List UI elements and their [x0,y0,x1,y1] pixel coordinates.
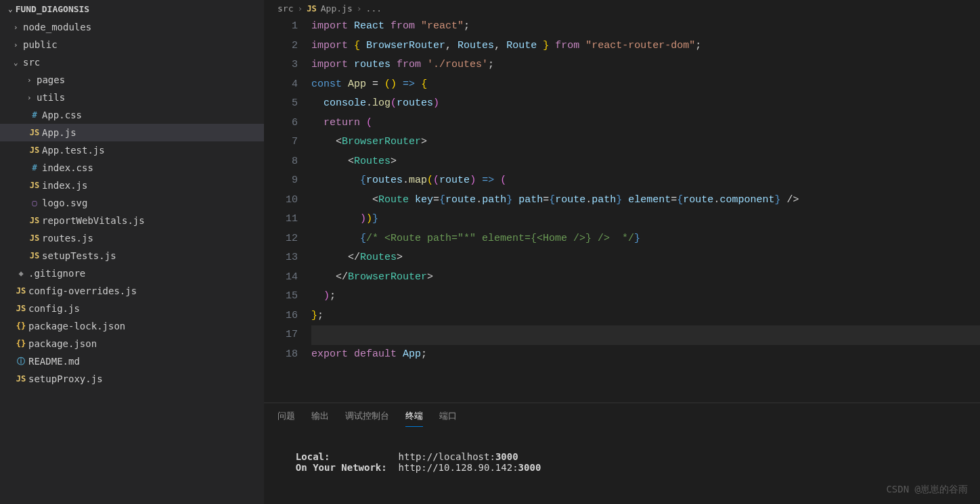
line-number: 2 [264,37,298,56]
tree-item-label: package-lock.json [28,321,125,331]
tree-item-label: reportWebVitals.js [42,215,145,226]
code-line[interactable]: }; [311,306,980,326]
main-area: src › JS App.js › ... 123456789101112131… [264,0,980,504]
tree-item-label: logo.svg [42,198,87,208]
folder-item[interactable]: ›pages [0,71,264,89]
code-line[interactable] [311,325,980,345]
code-editor[interactable]: 123456789101112131415161718 import React… [264,17,980,403]
code-line[interactable]: export default App; [311,345,980,365]
breadcrumb[interactable]: src › JS App.js › ... [264,0,980,17]
folder-item[interactable]: ›node_modules [0,18,264,36]
js-file-icon: JS [14,374,28,384]
code-line[interactable]: import React from "react"; [311,17,980,37]
js-file-icon: JS [307,4,316,14]
code-line[interactable]: import { BrowserRouter, Routes, Route } … [311,37,980,56]
terminal-network-label: On Your Network: [296,462,387,473]
breadcrumb-root[interactable]: src [277,3,293,14]
git-file-icon: ◆ [14,269,28,278]
line-number-gutter: 123456789101112131415161718 [264,17,311,403]
bottom-panel: 问题输出调试控制台终端端口 Local: http://localhost:30… [264,403,980,504]
tree-item-label: utils [37,92,65,103]
breadcrumb-file[interactable]: App.js [321,3,353,14]
line-number: 13 [264,248,298,268]
file-item[interactable]: #index.css [0,159,264,177]
file-tree: ›node_modules›public⌄src›pages›utils#App… [0,18,264,504]
file-item[interactable]: JSsetupTests.js [0,247,264,265]
js-file-icon: JS [27,181,42,190]
project-header[interactable]: ⌄ FUND_DIAGONSIS [0,0,264,18]
code-line[interactable]: <BrowserRouter> [311,133,980,152]
file-item[interactable]: JSroutes.js [0,229,264,247]
file-item[interactable]: JSindex.js [0,177,264,194]
file-item[interactable]: ⓘREADME.md [0,352,264,370]
tree-item-label: config.js [28,303,80,314]
code-line[interactable]: const App = () => { [311,75,980,95]
line-number: 1 [264,17,298,37]
panel-tab[interactable]: 终端 [405,410,423,427]
chevron-right-icon: › [297,3,303,14]
breadcrumb-symbol[interactable]: ... [366,3,382,14]
project-name: FUND_DIAGONSIS [16,4,90,14]
file-item[interactable]: JSApp.js [0,124,264,141]
js-file-icon: JS [14,304,28,313]
code-line[interactable]: {routes.map((route) => ( [311,171,980,191]
file-item[interactable]: JSApp.test.js [0,141,264,159]
tree-item-label: index.js [42,180,87,191]
tree-item-label: .gitignore [28,268,85,279]
folder-item[interactable]: ›public [0,36,264,53]
js-file-icon: JS [27,251,42,260]
file-item[interactable]: #App.css [0,106,264,124]
line-number: 12 [264,229,298,249]
tree-item-label: App.js [42,127,76,138]
panel-tab[interactable]: 调试控制台 [345,410,389,427]
panel-tab[interactable]: 输出 [311,410,329,427]
folder-item[interactable]: ⌄src [0,53,264,71]
tree-item-label: routes.js [42,233,93,244]
file-item[interactable]: JSconfig.js [0,300,264,317]
terminal-output[interactable]: Local: http://localhost:3000 On Your Net… [264,427,980,504]
code-line[interactable]: {/* <Route path="*" element={<Home />} /… [311,229,980,249]
code-line[interactable]: <Routes> [311,152,980,172]
code-content[interactable]: import React from "react";import { Brows… [311,17,980,403]
js-file-icon: JS [14,286,28,296]
line-number: 16 [264,306,298,326]
file-item[interactable]: ◆.gitignore [0,265,264,282]
panel-tabs: 问题输出调试控制台终端端口 [264,403,980,427]
line-number: 4 [264,75,298,95]
line-number: 11 [264,210,298,229]
code-line[interactable]: <Route key={route.path} path={route.path… [311,191,980,210]
chevron-down-icon: ⌄ [8,5,13,14]
file-item[interactable]: JSsetupProxy.js [0,370,264,388]
tree-item-label: README.md [28,356,80,367]
svg-file-icon: ▢ [27,198,42,208]
panel-tab[interactable]: 问题 [277,410,295,427]
tree-item-label: node_modules [23,22,91,32]
line-number: 7 [264,133,298,152]
line-number: 8 [264,152,298,172]
chevron-right-icon: › [27,76,37,85]
code-line[interactable]: </BrowserRouter> [311,268,980,288]
panel-tab[interactable]: 端口 [439,410,457,427]
terminal-network-port: 3000 [518,462,541,473]
code-line[interactable]: console.log(routes) [311,94,980,114]
tree-item-label: public [23,39,58,50]
file-item[interactable]: JSreportWebVitals.js [0,212,264,229]
code-line[interactable]: ))} [311,210,980,229]
folder-item[interactable]: ›utils [0,89,264,106]
tree-item-label: config-overrides.js [28,285,137,296]
file-item[interactable]: {}package.json [0,335,264,352]
chevron-right-icon: › [14,23,23,32]
js-file-icon: JS [27,233,42,243]
code-line[interactable]: ); [311,287,980,306]
css-file-icon: # [27,110,42,120]
json-file-icon: {} [14,321,28,331]
tree-item-label: App.test.js [42,145,105,156]
file-item[interactable]: ▢logo.svg [0,194,264,212]
watermark: CSDN @崽崽的谷雨 [886,484,968,496]
code-line[interactable]: </Routes> [311,248,980,268]
tree-item-label: setupTests.js [42,250,116,261]
file-item[interactable]: JSconfig-overrides.js [0,282,264,300]
code-line[interactable]: import routes from './routes'; [311,55,980,75]
code-line[interactable]: return ( [311,114,980,133]
file-item[interactable]: {}package-lock.json [0,317,264,335]
